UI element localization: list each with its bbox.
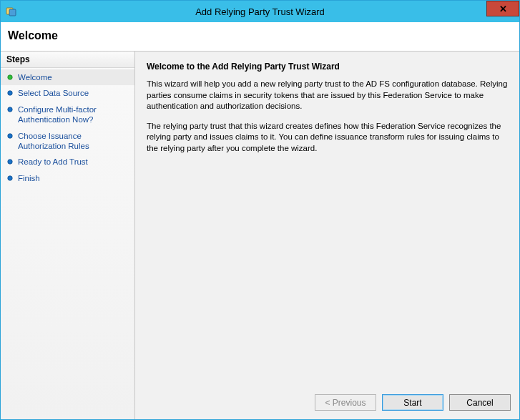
step-ready-to-add[interactable]: Ready to Add Trust [1, 154, 134, 170]
step-list: Welcome Select Data Source Configure Mul… [1, 68, 134, 187]
content-para-2: The relying party trust that this wizard… [147, 121, 508, 155]
svg-point-5 [8, 133, 12, 137]
step-label: Finish [18, 173, 129, 183]
wizard-window: Add Relying Party Trust Wizard ✕ Welcome… [0, 0, 520, 420]
bullet-pending-icon [6, 158, 14, 165]
step-label: Configure Multi-factor Authentication No… [18, 104, 129, 125]
content-para-1: This wizard will help you add a new rely… [147, 79, 508, 112]
adfs-app-icon [5, 5, 18, 18]
close-icon: ✕ [499, 4, 507, 14]
window-title: Add Relying Party Trust Wizard [1, 6, 519, 17]
content-panel: Welcome to the Add Relying Party Trust W… [135, 52, 519, 419]
cancel-button[interactable]: Cancel [449, 394, 511, 411]
bullet-pending-icon [6, 175, 14, 182]
page-header: Welcome [1, 22, 519, 51]
svg-point-2 [8, 75, 12, 79]
bullet-pending-icon [6, 89, 14, 97]
step-welcome[interactable]: Welcome [1, 69, 134, 85]
content-inner: Welcome to the Add Relying Party Trust W… [135, 52, 519, 387]
step-label: Welcome [18, 72, 129, 82]
content-heading: Welcome to the Add Relying Party Trust W… [147, 62, 508, 72]
bullet-current-icon [6, 74, 14, 81]
svg-rect-1 [9, 9, 16, 16]
wizard-footer: < Previous Start Cancel [135, 387, 519, 419]
page-title: Welcome [8, 29, 512, 42]
steps-header: Steps [1, 52, 134, 68]
svg-point-6 [8, 160, 12, 164]
bullet-pending-icon [6, 106, 14, 113]
step-label: Select Data Source [18, 88, 129, 98]
svg-point-4 [8, 107, 12, 112]
svg-point-7 [8, 175, 12, 180]
titlebar[interactable]: Add Relying Party Trust Wizard ✕ [1, 1, 519, 22]
close-button[interactable]: ✕ [486, 1, 519, 16]
steps-sidebar: Steps Welcome Select Data Source [1, 52, 135, 419]
step-select-data-source[interactable]: Select Data Source [1, 85, 134, 101]
step-label: Ready to Add Trust [18, 157, 129, 167]
step-choose-authorization[interactable]: Choose Issuance Authorization Rules [1, 128, 134, 155]
start-button[interactable]: Start [382, 394, 443, 411]
step-finish[interactable]: Finish [1, 170, 134, 186]
svg-point-3 [8, 91, 12, 95]
step-label: Choose Issuance Authorization Rules [18, 131, 129, 152]
previous-button: < Previous [315, 394, 376, 411]
wizard-body: Steps Welcome Select Data Source [1, 51, 519, 419]
step-configure-mfa[interactable]: Configure Multi-factor Authentication No… [1, 102, 134, 128]
bullet-pending-icon [6, 132, 14, 140]
